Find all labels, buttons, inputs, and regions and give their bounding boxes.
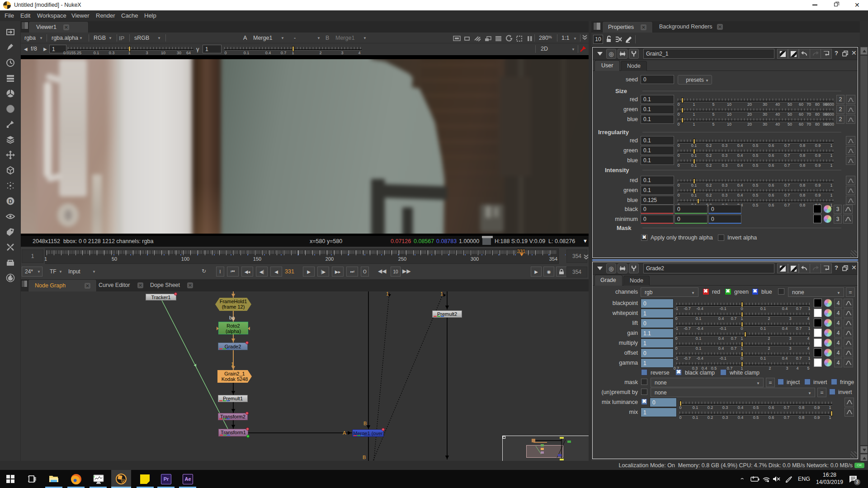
- svg-text:D: D: [9, 198, 13, 205]
